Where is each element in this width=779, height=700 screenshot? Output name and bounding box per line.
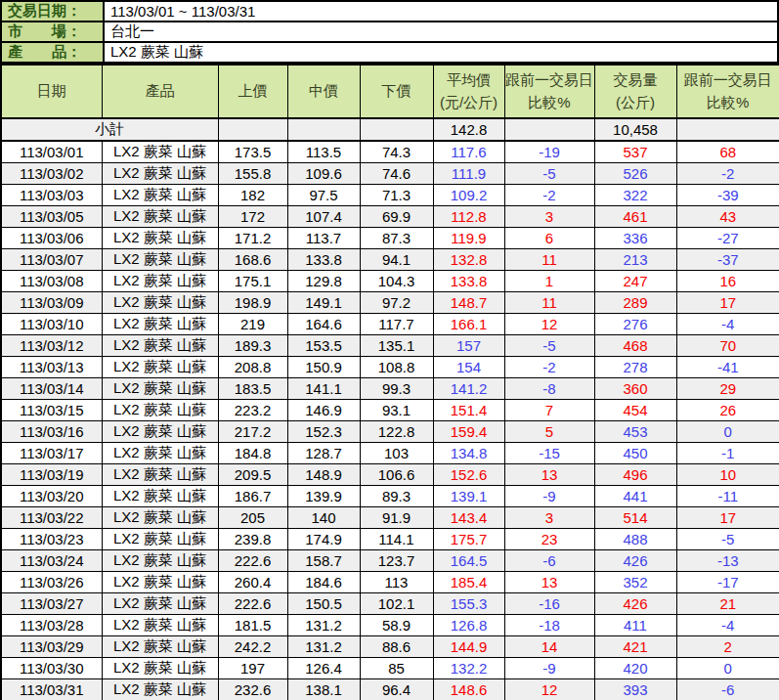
date-cell: 113/03/08 [1,271,102,292]
avg-change-cell: 14 [504,636,594,658]
product-cell: LX2 蕨菜 山蘇 [102,314,218,335]
volume-cell: 468 [594,335,676,357]
high-price-cell: 222.6 [218,550,287,572]
product-cell: LX2 蕨菜 山蘇 [102,658,218,679]
low-price-cell: 117.7 [360,314,433,335]
volume-change-cell: 43 [676,206,779,228]
volume-change-cell: 0 [676,658,779,679]
avg-change-cell: -5 [504,163,594,185]
high-price-cell: 184.8 [218,443,287,464]
subtotal-empty-low [360,118,433,141]
product-cell: LX2 蕨菜 山蘇 [102,249,218,271]
avg-price-cell: 132.2 [433,658,504,679]
column-header-date: 日期 [1,65,102,118]
avg-change-cell: 6 [504,228,594,249]
table-row: 113/03/31LX2 蕨菜 山蘇232.6138.196.4148.6123… [1,679,779,700]
avg-price-cell: 151.4 [433,400,504,421]
high-price-cell: 222.6 [218,593,287,615]
low-price-cell: 87.3 [360,228,433,249]
avg-price-cell: 126.8 [433,615,504,636]
high-price-cell: 208.8 [218,357,287,378]
volume-change-cell: 26 [676,400,779,421]
avg-price-cell: 111.9 [433,163,504,185]
low-price-cell: 122.8 [360,421,433,443]
volume-cell: 453 [594,421,676,443]
product-cell: LX2 蕨菜 山蘇 [102,529,218,550]
date-cell: 113/03/03 [1,185,102,206]
volume-change-cell: -17 [676,572,779,593]
high-price-cell: 197 [218,658,287,679]
product-cell: LX2 蕨菜 山蘇 [102,400,218,421]
avg-change-cell: 3 [504,206,594,228]
low-price-cell: 104.3 [360,271,433,292]
mid-price-cell: 131.2 [287,636,360,658]
mid-price-cell: 150.9 [287,357,360,378]
column-header-high: 上價 [218,65,287,118]
date-cell: 113/03/26 [1,572,102,593]
low-price-cell: 88.6 [360,636,433,658]
volume-change-cell: 17 [676,292,779,314]
avg-change-cell: 12 [504,314,594,335]
product-cell: LX2 蕨菜 山蘇 [102,163,218,185]
avg-price-cell: 117.6 [433,141,504,163]
product-cell: LX2 蕨菜 山蘇 [102,421,218,443]
low-price-cell: 74.3 [360,141,433,163]
date-cell: 113/03/15 [1,400,102,421]
table-row: 113/03/30LX2 蕨菜 山蘇197126.485132.2-94200 [1,658,779,679]
date-cell: 113/03/09 [1,292,102,314]
table-row: 113/03/03LX2 蕨菜 山蘇18297.571.3109.2-2322-… [1,185,779,206]
high-price-cell: 260.4 [218,572,287,593]
product-cell: LX2 蕨菜 山蘇 [102,206,218,228]
volume-change-cell: 21 [676,593,779,615]
volume-cell: 426 [594,593,676,615]
high-price-cell: 175.1 [218,271,287,292]
mid-price-cell: 97.5 [287,185,360,206]
product-cell: LX2 蕨菜 山蘇 [102,335,218,357]
volume-cell: 537 [594,141,676,163]
date-cell: 113/03/06 [1,228,102,249]
volume-cell: 276 [594,314,676,335]
table-row: 113/03/07LX2 蕨菜 山蘇168.6133.894.1132.8112… [1,249,779,271]
high-price-cell: 183.5 [218,378,287,400]
volume-cell: 514 [594,507,676,529]
avg-change-cell: -19 [504,141,594,163]
volume-cell: 421 [594,636,676,658]
table-row: 113/03/16LX2 蕨菜 山蘇217.2152.3122.8159.454… [1,421,779,443]
volume-cell: 426 [594,550,676,572]
table-row: 113/03/26LX2 蕨菜 山蘇260.4184.6113185.41335… [1,572,779,593]
date-cell: 113/03/14 [1,378,102,400]
date-cell: 113/03/27 [1,593,102,615]
mid-price-cell: 148.9 [287,464,360,486]
avg-price-cell: 133.8 [433,271,504,292]
high-price-cell: 172 [218,206,287,228]
table-row: 113/03/28LX2 蕨菜 山蘇181.5131.258.9126.8-18… [1,615,779,636]
high-price-cell: 217.2 [218,421,287,443]
date-cell: 113/03/12 [1,335,102,357]
avg-change-cell: 13 [504,464,594,486]
volume-cell: 454 [594,400,676,421]
volume-cell: 488 [594,529,676,550]
volume-cell: 496 [594,464,676,486]
product-cell: LX2 蕨菜 山蘇 [102,615,218,636]
avg-change-cell: -2 [504,185,594,206]
volume-change-cell: -4 [676,314,779,335]
avg-price-cell: 141.2 [433,378,504,400]
volume-change-cell: 16 [676,271,779,292]
mid-price-cell: 138.1 [287,679,360,700]
mid-price-cell: 153.5 [287,335,360,357]
avg-price-cell: 119.9 [433,228,504,249]
volume-change-cell: -39 [676,185,779,206]
volume-cell: 322 [594,185,676,206]
date-cell: 113/03/10 [1,314,102,335]
avg-change-cell: 11 [504,249,594,271]
avg-price-cell: 148.7 [433,292,504,314]
info-row-trade-date: 交易日期： 113/03/01 ~ 113/03/31 [1,1,778,22]
high-price-cell: 182 [218,185,287,206]
low-price-cell: 99.3 [360,378,433,400]
product-cell: LX2 蕨菜 山蘇 [102,679,218,700]
table-row: 113/03/24LX2 蕨菜 山蘇222.6158.7123.7164.5-6… [1,550,779,572]
high-price-cell: 181.5 [218,615,287,636]
avg-price-cell: 109.2 [433,185,504,206]
avg-change-cell: 1 [504,271,594,292]
date-cell: 113/03/24 [1,550,102,572]
